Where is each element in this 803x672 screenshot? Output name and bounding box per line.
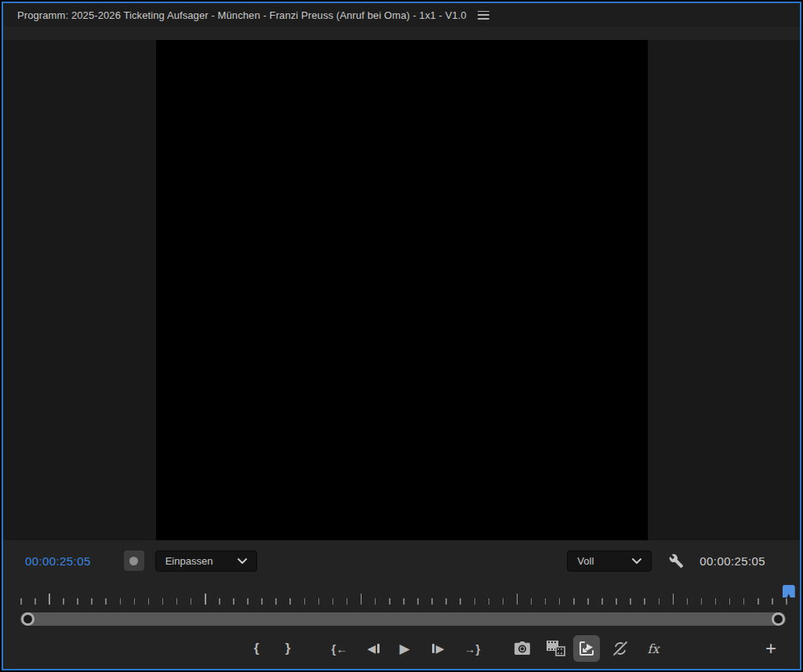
playback-resolution-dropdown[interactable]: Voll [567,550,652,572]
goto-out-icon: →} [464,642,481,656]
play-icon: ▶ [399,642,409,656]
play-button[interactable]: ▶ [391,635,418,662]
annotation-dot-button[interactable] [124,550,144,571]
mark-in-icon: { [254,641,260,656]
zoom-level-value: Einpassen [165,555,213,567]
goto-in-icon: {← [332,642,348,656]
zoom-scroll-row [3,608,800,631]
program-monitor-panel: Programm: 2025-2026 Ticketing Aufsager -… [2,2,801,670]
panel-menu-icon[interactable] [478,11,489,20]
step-forward-button[interactable]: ▶ [425,635,452,662]
chevron-down-icon [238,558,247,564]
panel-title: Programm: 2025-2026 Ticketing Aufsager -… [17,9,467,21]
video-preview[interactable] [156,40,648,540]
wrench-icon [669,554,684,568]
timeline-ruler[interactable] [3,581,800,608]
plus-icon: + [765,639,776,658]
dot-icon [129,557,138,565]
export-play-icon [578,640,595,657]
button-editor-add-button[interactable]: + [758,635,784,662]
ruler-ticks [20,592,787,605]
playback-resolution-value: Voll [577,555,594,567]
step-forward-icon: ▶ [432,643,444,654]
in-out-duration-timecode: 00:00:25:05 [699,554,765,568]
mark-out-button[interactable]: } [274,635,301,662]
mark-in-button[interactable]: { [243,635,270,662]
comparison-view-button[interactable] [543,635,569,662]
step-back-icon: ◀ [367,643,379,654]
current-timecode[interactable]: 00:00:25:05 [25,554,91,568]
fx-icon: fx [648,641,659,656]
scrollbar-right-handle[interactable] [772,612,785,626]
zoom-scrollbar[interactable] [20,612,786,626]
zoom-level-dropdown[interactable]: Einpassen [155,550,257,572]
camera-icon [514,641,531,656]
playhead-marker[interactable] [783,585,795,598]
viewer-area [3,27,800,540]
transport-controls: { } {← ◀ ▶ ▶ →} [3,631,800,669]
chevron-down-icon [632,558,641,564]
quick-export-button[interactable] [573,635,600,662]
settings-wrench-button[interactable] [669,554,684,568]
refresh-disabled-button[interactable] [607,635,634,662]
display-surface [3,40,800,540]
mark-out-icon: } [285,641,291,656]
comparison-view-icon [546,640,566,657]
export-frame-button[interactable] [509,635,536,662]
refresh-disabled-icon [612,640,629,657]
goto-out-button[interactable]: →} [459,635,485,662]
goto-in-button[interactable]: {← [326,635,353,662]
global-fx-mute-button[interactable]: fx [640,635,667,662]
monitor-controls-bar: 00:00:25:05 Einpassen Voll 00:00:25:05 [3,540,800,581]
step-back-button[interactable]: ◀ [360,635,387,662]
scrollbar-left-handle[interactable] [21,612,35,626]
panel-title-bar: Programm: 2025-2026 Ticketing Aufsager -… [3,3,800,27]
